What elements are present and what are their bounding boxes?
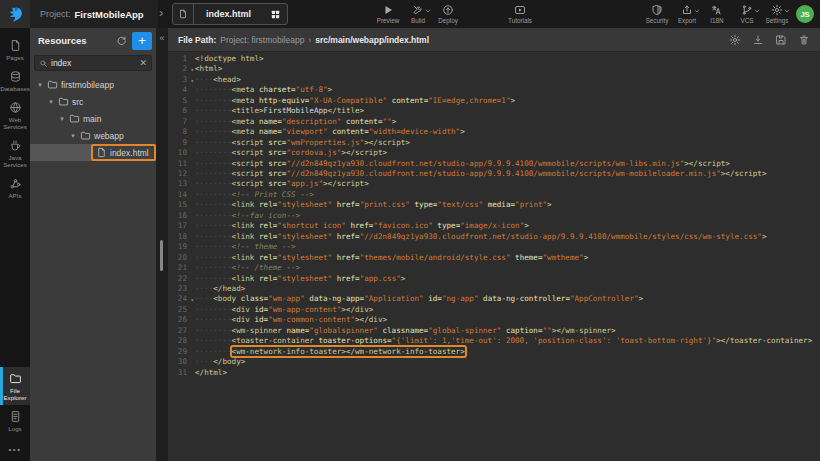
editor-settings-button[interactable]: [729, 34, 741, 46]
sidebar-item-pages[interactable]: Pages: [0, 34, 30, 65]
code-line[interactable]: 20········<link rel="stylesheet" href="t…: [168, 253, 820, 263]
code-line[interactable]: 4········<meta charset="utf-8">: [168, 85, 820, 95]
chevron-down-icon[interactable]: [754, 8, 760, 14]
code-line[interactable]: 15········<link rel="stylesheet" href="p…: [168, 200, 820, 210]
line-number: 3▾: [168, 75, 195, 85]
code-line[interactable]: 2▾<html>: [168, 64, 820, 74]
preview-icon: [382, 4, 394, 16]
sidebar-item-databases[interactable]: Databases: [0, 65, 30, 96]
app-logo[interactable]: [0, 0, 30, 28]
refresh-button[interactable]: [116, 35, 127, 46]
code-line[interactable]: 7········<meta name="description" conten…: [168, 117, 820, 127]
deploy-button[interactable]: Deploy: [433, 0, 463, 28]
code-line[interactable]: 27········<wm-spinner name="globalspinne…: [168, 326, 820, 336]
code-line[interactable]: 28········<toaster-container toaster-opt…: [168, 336, 820, 346]
code-line[interactable]: 16········<!--fav icon-->: [168, 211, 820, 221]
line-number: 21: [168, 263, 195, 273]
code-line[interactable]: 13········<script src="app.js"></script>: [168, 179, 820, 189]
wavemaker-logo-icon: [7, 6, 24, 23]
save-file-button[interactable]: [775, 34, 787, 46]
tree-expand-icon[interactable]: ▾: [69, 132, 77, 140]
user-avatar[interactable]: JS: [796, 5, 814, 23]
line-number: 19: [168, 242, 195, 252]
delete-file-button[interactable]: [798, 34, 810, 46]
i18n-button[interactable]: I18N: [702, 0, 732, 28]
settings-button[interactable]: Settings: [762, 0, 792, 28]
tree-expand-icon[interactable]: ▾: [47, 98, 55, 106]
code-text: ········<title>FirstMobileApp</title>: [195, 106, 364, 116]
file-tab-label: index.html: [194, 4, 263, 24]
clear-search-icon[interactable]: ✕: [139, 58, 147, 68]
line-number: 13: [168, 179, 195, 189]
code-text: ········<div id="wm-common-content"></di…: [195, 315, 387, 325]
code-line[interactable]: 17········<link rel="shortcut icon" href…: [168, 221, 820, 231]
code-line[interactable]: 3▾····<head>: [168, 75, 820, 85]
code-line[interactable]: 31</html>: [168, 368, 820, 378]
line-number: 7: [168, 117, 195, 127]
tree-expand-icon[interactable]: ▾: [58, 115, 66, 123]
chevron-down-icon[interactable]: [694, 8, 700, 14]
code-line[interactable]: 21········<!-- /theme -->: [168, 263, 820, 273]
code-line[interactable]: 6········<title>FirstMobileApp</title>: [168, 106, 820, 116]
file-path-label: File Path:: [178, 35, 216, 45]
line-number: 14: [168, 190, 195, 200]
i18n-label: I18N: [710, 17, 723, 24]
search-input[interactable]: [51, 58, 136, 68]
code-line[interactable]: 14········<!-- Print CSS -->: [168, 190, 820, 200]
code-line[interactable]: 11········<script src="//d2n849qz1ya930.…: [168, 159, 820, 169]
sidebar-more-button[interactable]: •••: [0, 436, 30, 461]
line-number: 30: [168, 357, 195, 367]
code-line[interactable]: 8········<meta name="viewport" content="…: [168, 127, 820, 137]
tree-item-index-html[interactable]: index.html: [30, 144, 156, 161]
sidebar-item-java-services[interactable]: Java Services: [0, 134, 30, 172]
code-line[interactable]: 1<!doctype html>: [168, 54, 820, 64]
line-number: 2▾: [168, 64, 195, 74]
tree-item-main[interactable]: ▾main: [30, 110, 156, 127]
code-line[interactable]: 5········<meta http-equiv="X-UA-Compatib…: [168, 96, 820, 106]
download-file-button[interactable]: [752, 34, 764, 46]
open-file-tab[interactable]: index.html: [172, 3, 288, 25]
folder-icon: [58, 96, 69, 107]
code-line[interactable]: 29········<wm-network-info-toaster></wm-…: [168, 347, 820, 357]
code-line[interactable]: 24▾····<body class="wm-app" data-ng-app=…: [168, 294, 820, 304]
tree-item-label: src: [72, 97, 83, 107]
tree-expand-icon[interactable]: ▾: [36, 81, 44, 89]
sidebar-item-file-explorer[interactable]: File Explorer: [0, 367, 30, 405]
preview-button[interactable]: Preview: [373, 0, 403, 28]
tree-item-firstmobileapp[interactable]: ▾firstmobileapp: [30, 76, 156, 93]
sidebar-item-logs[interactable]: Logs: [0, 405, 30, 436]
code-line[interactable]: 18········<link rel="stylesheet" href="/…: [168, 232, 820, 242]
grid-icon[interactable]: [263, 4, 287, 24]
collapse-panel-button[interactable]: «: [156, 28, 168, 43]
code-line[interactable]: 9········<script src="wmProperties.js"><…: [168, 138, 820, 148]
tutorials-button[interactable]: Tutorials: [505, 0, 535, 28]
code-line[interactable]: 22········<link rel="stylesheet" href="a…: [168, 274, 820, 284]
tree-item-src[interactable]: ▾src: [30, 93, 156, 110]
chevron-down-icon[interactable]: [784, 8, 790, 14]
file-path-project: Project: firstmobileapp: [220, 35, 304, 45]
code-line[interactable]: 10········<script src="cordova.js"></scr…: [168, 148, 820, 158]
tree-item-webapp[interactable]: ▾webapp: [30, 127, 156, 144]
code-line[interactable]: 26········<div id="wm-common-content"></…: [168, 315, 820, 325]
chevron-down-icon[interactable]: [425, 8, 431, 14]
code-line[interactable]: 30····</body>: [168, 357, 820, 367]
line-number: 9: [168, 138, 195, 148]
sidebar-item-apis[interactable]: APIs: [0, 172, 30, 203]
web-services-icon: [9, 101, 22, 114]
code-line[interactable]: 25········<div id="wm-app-content"></div…: [168, 305, 820, 315]
export-icon: [681, 4, 693, 16]
java-services-icon: [9, 139, 22, 152]
security-button[interactable]: Security: [642, 0, 672, 28]
code-line[interactable]: 23····</head>: [168, 284, 820, 294]
build-button[interactable]: Build: [403, 0, 433, 28]
code-area[interactable]: 1<!doctype html>2▾<html>3▾····<head>4···…: [168, 52, 820, 378]
code-line[interactable]: 12········<script src="//d2n849qz1ya930.…: [168, 169, 820, 179]
scrollbar-thumb[interactable]: [160, 240, 163, 271]
vcs-button[interactable]: VCS: [732, 0, 762, 28]
code-text: ········<wm-spinner name="globalspinner"…: [195, 326, 616, 336]
export-button[interactable]: Export: [672, 0, 702, 28]
code-text: ········<meta http-equiv="X-UA-Compatibl…: [195, 96, 515, 106]
sidebar-item-web-services[interactable]: Web Services: [0, 96, 30, 134]
add-resource-button[interactable]: +: [132, 32, 152, 50]
code-line[interactable]: 19········<!-- theme -->: [168, 242, 820, 252]
